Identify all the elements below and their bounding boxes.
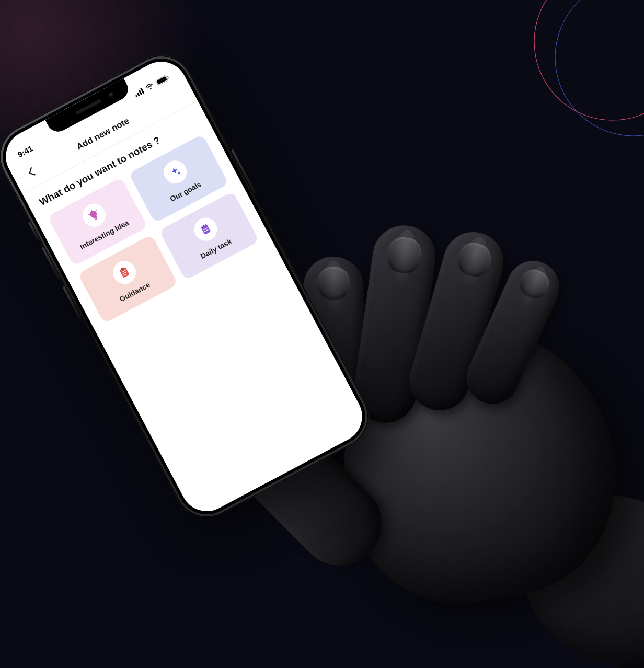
svg-rect-2 xyxy=(135,95,138,98)
svg-line-12 xyxy=(96,210,97,211)
svg-rect-7 xyxy=(156,76,167,85)
svg-line-11 xyxy=(89,214,90,215)
phone-screen: 9:41 xyxy=(0,52,371,520)
phone-mockup: 9:41 xyxy=(0,44,380,529)
notepad-icon xyxy=(190,214,222,245)
svg-point-1 xyxy=(555,0,644,136)
svg-line-10 xyxy=(91,210,92,211)
lightbulb-icon xyxy=(78,200,110,231)
svg-point-0 xyxy=(534,0,644,120)
decorative-arcs xyxy=(498,0,644,167)
svg-rect-3 xyxy=(137,93,140,97)
clipboard-icon xyxy=(109,257,140,289)
sparkle-icon xyxy=(160,156,191,188)
